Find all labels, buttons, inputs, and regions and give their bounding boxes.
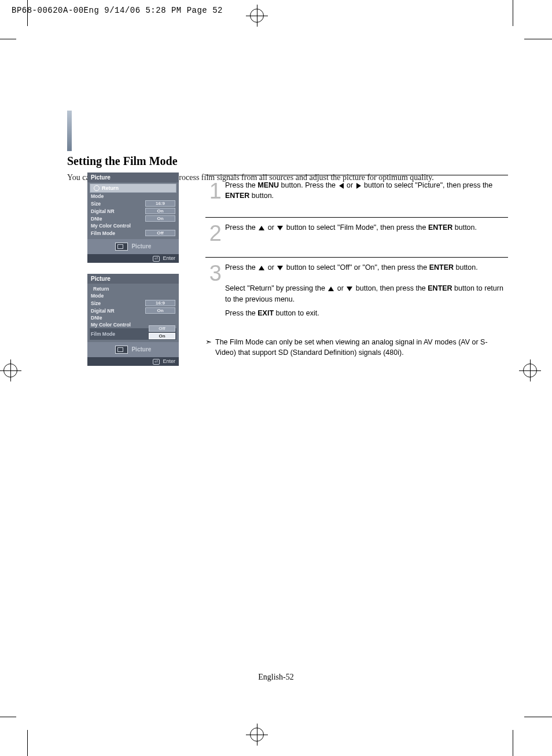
osd-enter-label: Enter: [163, 255, 175, 261]
step-2: 2 Press the or button to select "Film Mo…: [205, 218, 508, 257]
crop-mark: [0, 717, 16, 717]
osd-icon-label: Picture: [131, 346, 151, 353]
step-body: Press the or button to select "Off" or "…: [225, 262, 508, 322]
crop-mark: [524, 717, 552, 717]
title-ornament-icon: [67, 111, 72, 151]
step-number: 3: [205, 262, 222, 284]
step-3: 3 Press the or button to select "Off" or…: [205, 258, 508, 335]
section-title: Setting the Film Mode: [67, 151, 494, 168]
arrow-up-icon: [259, 266, 264, 270]
page-number: English-52: [0, 673, 552, 682]
osd-screenshot-1: Picture Return Mode Size16:9 Digital NRO…: [87, 173, 179, 263]
osd-row-mode: Mode: [90, 193, 176, 200]
return-icon: [94, 185, 100, 191]
registration-mark-icon: [523, 364, 537, 377]
arrow-down-icon: [347, 287, 352, 291]
step-body: Press the or button to select "Film Mode…: [225, 222, 508, 236]
arrow-down-icon: [277, 226, 283, 230]
osd-enter-label: Enter: [163, 358, 175, 364]
crop-mark: [27, 730, 28, 756]
arrow-down-icon: [277, 266, 283, 270]
arrow-left-icon: [339, 183, 344, 189]
registration-mark-icon: [3, 364, 17, 377]
osd-row-dnr: Digital NROn: [90, 307, 176, 314]
arrow-up-icon: [328, 287, 334, 291]
osd-footer: ⏎ Enter: [87, 254, 179, 263]
crop-mark: [513, 730, 513, 756]
enter-icon: ⏎: [153, 256, 160, 262]
picture-icon: [115, 346, 128, 354]
osd-row-film: Film ModeOff: [90, 229, 176, 237]
step-number: 1: [205, 180, 222, 202]
enter-icon: ⏎: [153, 359, 160, 365]
steps-column: 1 Press the MENU button. Press the or bu…: [205, 175, 508, 358]
picture-icon: [115, 243, 128, 251]
osd-row-dnie: DNIe: [90, 314, 176, 321]
arrow-right-icon: [356, 183, 361, 189]
note: ➣ The Film Mode can only be set when vie…: [205, 337, 508, 358]
osd-row-size: Size16:9: [90, 200, 176, 207]
osd-return-row: Return: [90, 184, 176, 193]
step-body: Press the MENU button. Press the or butt…: [225, 180, 508, 204]
osd-header: Picture: [87, 173, 179, 182]
print-slug: BP68-00620A-00Eng 9/14/06 5:28 PM Page 5…: [12, 6, 223, 15]
osd-icon-label: Picture: [131, 243, 151, 249]
step-number: 2: [205, 222, 222, 244]
osd-row-mcc: My Color Control: [90, 222, 176, 229]
osd-row-dnr: Digital NROn: [90, 207, 176, 215]
osd-icon-row: Picture: [87, 239, 179, 254]
osd-body: Return Mode Size16:9 Digital NROn DNIeOn…: [87, 182, 179, 239]
osd-row-size: Size16:9: [90, 299, 176, 307]
osd-return-row: Return: [90, 285, 176, 292]
step-1: 1 Press the MENU button. Press the or bu…: [205, 175, 508, 217]
osd-row-mode: Mode: [90, 292, 176, 299]
osd-return-label: Return: [102, 185, 119, 191]
registration-mark-icon: [250, 9, 264, 23]
osd-icon-row: Picture: [87, 342, 179, 357]
osd-row-film: Film Mode Off On: [90, 328, 176, 340]
osd-header: Picture: [87, 274, 179, 284]
arrow-up-icon: [259, 226, 264, 230]
osd-body: Return Mode Size16:9 Digital NROn DNIe M…: [87, 284, 179, 342]
crop-mark: [513, 0, 513, 26]
note-marker-icon: ➣: [205, 337, 212, 358]
crop-mark: [0, 39, 16, 39]
page: BP68-00620A-00Eng 9/14/06 5:28 PM Page 5…: [0, 0, 552, 756]
note-text: The Film Mode can only be set when viewi…: [215, 337, 508, 358]
crop-mark: [524, 39, 552, 39]
osd-screenshot-2: Picture Return Mode Size16:9 Digital NRO…: [87, 274, 179, 366]
registration-mark-icon: [250, 728, 264, 742]
osd-row-dnie: DNIeOn: [90, 215, 176, 222]
osd-footer: ⏎ Enter: [87, 357, 179, 366]
